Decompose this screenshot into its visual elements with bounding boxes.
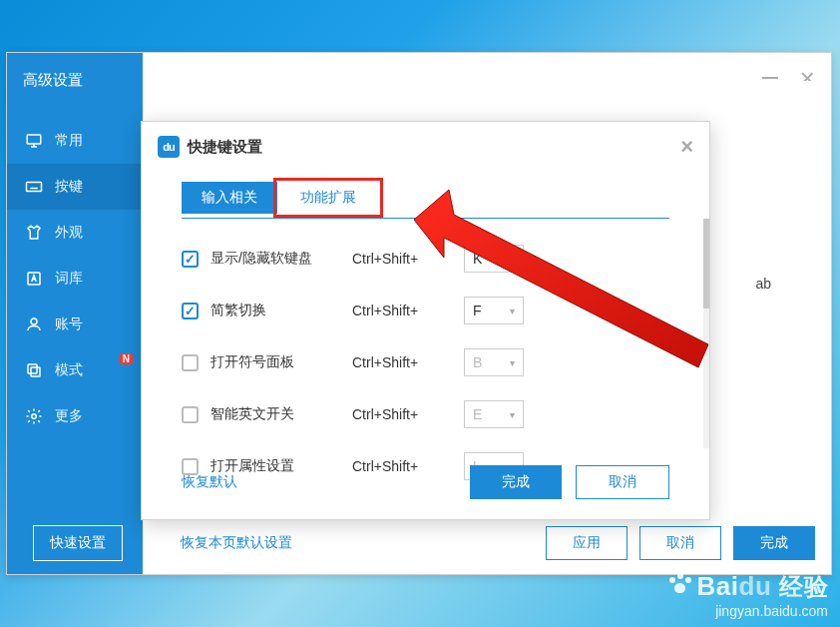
highlight-annotation: 功能扩展	[273, 178, 383, 218]
partial-text-tab: ab	[755, 276, 771, 292]
sidebar-item-label: 账号	[55, 315, 83, 333]
monitor-icon	[25, 132, 43, 150]
outer-footer: 快速设置 恢复本页默认设置 应用 取消 完成	[7, 512, 831, 574]
copy-icon	[25, 361, 43, 379]
shirt-icon	[25, 224, 43, 242]
scrollbar-thumb[interactable]	[703, 219, 709, 309]
key-select[interactable]: K▾	[464, 245, 524, 273]
sidebar-item-label: 更多	[55, 407, 83, 425]
svg-rect-3	[27, 183, 42, 192]
keyboard-icon	[25, 178, 43, 196]
sidebar-item-account[interactable]: 账号	[7, 302, 143, 347]
shortcut-prefix: Ctrl+Shift+	[352, 251, 452, 267]
svg-point-13	[32, 414, 37, 419]
shortcut-dialog: du 快捷键设置 × 输入相关 功能扩展 显示/隐藏软键盘 Ctrl+Shift…	[141, 121, 710, 520]
tab-input[interactable]: 输入相关	[182, 182, 277, 214]
chevron-down-icon: ▾	[510, 357, 515, 368]
sidebar-item-more[interactable]: 更多	[7, 393, 143, 439]
sidebar-item-mode[interactable]: 模式 N	[7, 347, 143, 393]
setting-row: 显示/隐藏软键盘 Ctrl+Shift+ K▾	[182, 233, 669, 285]
sidebar: 高级设置 常用 按键 外观 词库 账号 模式 N 更多	[7, 53, 143, 574]
chevron-down-icon: ▾	[510, 409, 515, 420]
minimize-icon[interactable]	[762, 77, 778, 79]
setting-row: 打开符号面板 Ctrl+Shift+ B▾	[182, 336, 669, 388]
dialog-footer: 恢复默认 完成 取消	[142, 451, 709, 519]
key-select[interactable]: B▾	[464, 348, 524, 376]
apply-button[interactable]: 应用	[546, 526, 628, 560]
window-title: 高级设置	[7, 53, 143, 118]
setting-label: 简繁切换	[210, 302, 340, 319]
checkbox[interactable]	[182, 354, 199, 371]
dialog-title: 快捷键设置	[188, 138, 262, 157]
key-select[interactable]: E▾	[464, 400, 524, 428]
dialog-tabs: 输入相关 功能扩展	[182, 178, 669, 219]
checkbox[interactable]	[182, 303, 199, 319]
svg-point-10	[31, 318, 37, 324]
sidebar-item-label: 常用	[55, 132, 83, 150]
setting-label: 智能英文开关	[210, 405, 340, 423]
watermark-brand: Baidu 经验	[667, 571, 828, 603]
shortcut-prefix: Ctrl+Shift+	[352, 406, 452, 422]
gear-icon	[25, 407, 43, 425]
paw-icon	[667, 573, 693, 595]
setting-row: 简繁切换 Ctrl+Shift+ F▾	[182, 285, 669, 336]
scrollbar[interactable]	[703, 219, 709, 448]
key-select[interactable]: F▾	[464, 297, 524, 324]
chevron-down-icon: ▾	[510, 254, 515, 265]
shortcut-prefix: Ctrl+Shift+	[352, 354, 452, 370]
watermark-url: jingyan.baidu.com	[667, 603, 828, 619]
sidebar-item-label: 模式	[55, 361, 83, 379]
checkbox[interactable]	[182, 406, 199, 423]
reset-page-link[interactable]: 恢复本页默认设置	[181, 534, 292, 552]
close-icon[interactable]: ×	[680, 134, 693, 160]
sidebar-item-label: 外观	[55, 224, 83, 242]
setting-label: 显示/隐藏软键盘	[210, 250, 340, 268]
checkbox[interactable]	[182, 251, 199, 268]
cancel-button[interactable]: 取消	[639, 526, 721, 560]
done-button[interactable]: 完成	[733, 526, 815, 560]
setting-row: 智能英文开关 Ctrl+Shift+ E▾	[182, 388, 669, 440]
sidebar-item-dictionary[interactable]: 词库	[7, 256, 143, 302]
setting-label: 打开符号面板	[210, 353, 340, 371]
user-icon	[25, 315, 43, 333]
sidebar-item-common[interactable]: 常用	[7, 118, 143, 164]
tab-extension[interactable]: 功能扩展	[280, 182, 376, 214]
sidebar-item-keys[interactable]: 按键	[7, 164, 143, 210]
shortcut-prefix: Ctrl+Shift+	[352, 303, 452, 318]
new-badge: N	[120, 353, 133, 364]
svg-rect-0	[27, 135, 41, 144]
sidebar-item-appearance[interactable]: 外观	[7, 210, 143, 256]
svg-rect-12	[28, 364, 37, 373]
letter-a-icon	[25, 270, 43, 288]
quick-settings-button[interactable]: 快速设置	[33, 525, 123, 561]
watermark: Baidu 经验 jingyan.baidu.com	[667, 571, 828, 619]
restore-default-link[interactable]: 恢复默认	[182, 473, 237, 491]
dialog-done-button[interactable]: 完成	[470, 465, 562, 499]
svg-rect-11	[31, 367, 40, 376]
sidebar-item-label: 按键	[55, 178, 83, 196]
dialog-header: du 快捷键设置 ×	[142, 122, 709, 172]
sidebar-item-label: 词库	[55, 270, 83, 288]
chevron-down-icon: ▾	[510, 306, 515, 316]
brand-logo-icon: du	[158, 136, 180, 158]
dialog-cancel-button[interactable]: 取消	[576, 465, 669, 499]
